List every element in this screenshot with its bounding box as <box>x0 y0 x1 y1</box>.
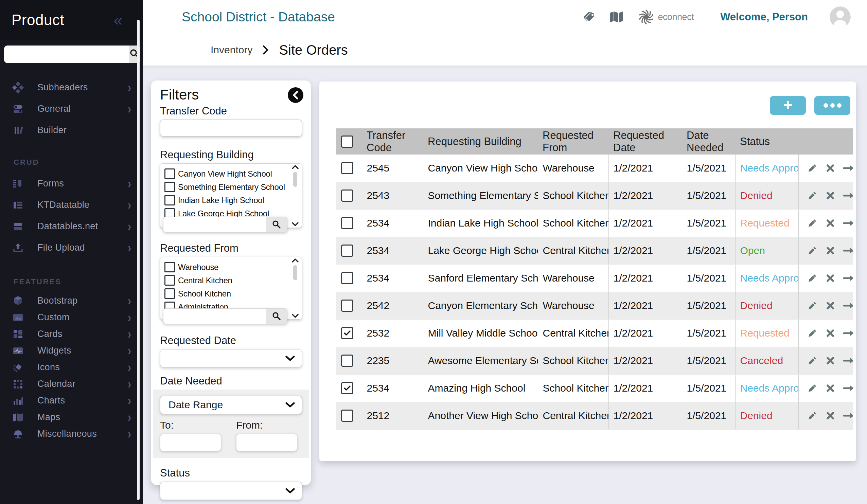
status-select[interactable] <box>160 482 302 500</box>
delete-icon[interactable] <box>826 384 835 393</box>
tags-icon[interactable] <box>581 10 596 24</box>
open-arrow-icon[interactable] <box>843 191 853 200</box>
checkbox[interactable] <box>164 275 175 286</box>
edit-icon[interactable] <box>807 190 818 201</box>
delete-icon[interactable] <box>826 191 835 200</box>
edit-icon[interactable] <box>807 273 818 283</box>
delete-icon[interactable] <box>826 274 835 282</box>
more-actions-button[interactable] <box>814 96 850 115</box>
add-order-button[interactable]: + <box>770 96 806 115</box>
requested-date-label: Requested Date <box>160 334 302 347</box>
sidebar-scrollbar[interactable] <box>137 20 140 500</box>
map-icon[interactable] <box>609 10 624 24</box>
date-needed-select[interactable]: Date Range <box>160 396 302 414</box>
requested-from-search-input[interactable] <box>163 308 266 324</box>
from-date-input[interactable] <box>236 434 297 451</box>
select-all-checkbox[interactable] <box>341 136 353 148</box>
to-date-input[interactable] <box>160 434 221 451</box>
checkbox[interactable] <box>164 195 175 205</box>
sidebar-item-bootstrap[interactable]: Bootstrap› <box>0 292 143 309</box>
upload-icon <box>12 242 24 254</box>
open-arrow-icon[interactable] <box>843 301 853 310</box>
scroll-down-icon[interactable] <box>292 222 299 226</box>
open-arrow-icon[interactable] <box>843 356 853 365</box>
edit-icon[interactable] <box>807 300 818 311</box>
breadcrumb-parent[interactable]: Inventory <box>211 44 253 56</box>
sidebar-item-maps[interactable]: Maps› <box>0 409 143 426</box>
actions-cell <box>799 402 853 430</box>
requesting-building-search-button[interactable] <box>266 217 287 232</box>
open-arrow-icon[interactable] <box>843 274 853 282</box>
filters-collapse-button[interactable] <box>288 87 303 103</box>
row-checkbox[interactable] <box>341 162 353 174</box>
row-checkbox[interactable] <box>341 190 353 202</box>
transfer-code-cell: 2543 <box>362 182 423 210</box>
econnect-logo[interactable]: econnect <box>637 8 694 26</box>
sidebar-item-custom[interactable]: Custom› <box>0 309 143 326</box>
avatar[interactable] <box>829 7 851 28</box>
scroll-down-icon[interactable] <box>292 314 299 318</box>
row-checkbox[interactable] <box>341 355 353 367</box>
row-checkbox[interactable] <box>341 272 353 284</box>
option-label: Canyon View Hight School <box>178 169 272 179</box>
open-arrow-icon[interactable] <box>843 246 853 255</box>
row-checkbox[interactable] <box>341 245 353 257</box>
requesting-building-search-input[interactable] <box>163 217 266 232</box>
row-checkbox[interactable] <box>341 382 353 394</box>
sidebar-item-ktdatatable[interactable]: KTDatatable› <box>0 194 143 216</box>
open-arrow-icon[interactable] <box>843 411 853 420</box>
checkbox[interactable] <box>164 288 175 299</box>
edit-icon[interactable] <box>807 355 818 366</box>
scrollbar-thumb[interactable] <box>293 172 297 187</box>
sidebar-item-cards[interactable]: Cards› <box>0 326 143 342</box>
open-arrow-icon[interactable] <box>843 329 853 337</box>
sidebar-item-forms[interactable]: Forms› <box>0 173 143 194</box>
delete-icon[interactable] <box>826 356 835 365</box>
scroll-up-icon[interactable] <box>292 258 299 262</box>
requesting-building-options: Canyon View Hight SchoolSomething Elemen… <box>164 167 288 220</box>
listbox-scrollbar[interactable] <box>291 258 300 318</box>
row-checkbox[interactable] <box>341 410 353 422</box>
welcome-text[interactable]: Welcome, Person <box>720 11 808 23</box>
delete-icon[interactable] <box>826 301 835 310</box>
sidebar-item-general[interactable]: General› <box>0 98 143 119</box>
sidebar-item-calendar[interactable]: Calendar› <box>0 376 143 392</box>
edit-icon[interactable] <box>807 410 818 421</box>
sidebar-item-datatables-net[interactable]: Datatables.net› <box>0 216 143 237</box>
sidebar-item-file-upload[interactable]: File Upload› <box>0 237 143 258</box>
sidebar-item-icons[interactable]: Icons› <box>0 359 143 376</box>
open-arrow-icon[interactable] <box>843 384 853 393</box>
sidebar-item-widgets[interactable]: Widgets› <box>0 342 143 359</box>
checkbox[interactable] <box>164 182 175 192</box>
row-checkbox[interactable] <box>341 300 353 312</box>
transfer-code-input[interactable] <box>160 119 302 137</box>
row-checkbox[interactable] <box>341 217 353 229</box>
sidebar-search-input[interactable] <box>4 45 129 63</box>
sidebar-item-charts[interactable]: Charts› <box>0 392 143 409</box>
requested-from-search-button[interactable] <box>266 308 287 324</box>
open-arrow-icon[interactable] <box>843 219 853 227</box>
edit-icon[interactable] <box>807 218 818 228</box>
actions-cell <box>799 292 853 320</box>
requested-date-select[interactable] <box>160 349 302 367</box>
sidebar-item-builder[interactable]: Builder <box>0 119 143 141</box>
delete-icon[interactable] <box>826 411 835 420</box>
delete-icon[interactable] <box>826 164 835 172</box>
edit-icon[interactable] <box>807 383 818 394</box>
delete-icon[interactable] <box>826 219 835 227</box>
sidebar-item-miscellaneous[interactable]: Miscellaneous› <box>0 426 143 442</box>
scroll-up-icon[interactable] <box>292 165 299 169</box>
listbox-scrollbar[interactable] <box>291 165 300 226</box>
open-arrow-icon[interactable] <box>843 164 853 172</box>
scrollbar-thumb[interactable] <box>293 265 297 280</box>
edit-icon[interactable] <box>807 163 818 173</box>
sidebar-item-subheaders[interactable]: Subheaders› <box>0 77 143 98</box>
row-checkbox[interactable] <box>341 327 353 339</box>
sidebar-collapse-icon[interactable]: « <box>114 12 122 28</box>
checkbox[interactable] <box>164 169 175 179</box>
checkbox[interactable] <box>164 262 175 272</box>
edit-icon[interactable] <box>807 245 818 256</box>
edit-icon[interactable] <box>807 328 818 339</box>
delete-icon[interactable] <box>826 246 835 255</box>
delete-icon[interactable] <box>826 329 835 337</box>
